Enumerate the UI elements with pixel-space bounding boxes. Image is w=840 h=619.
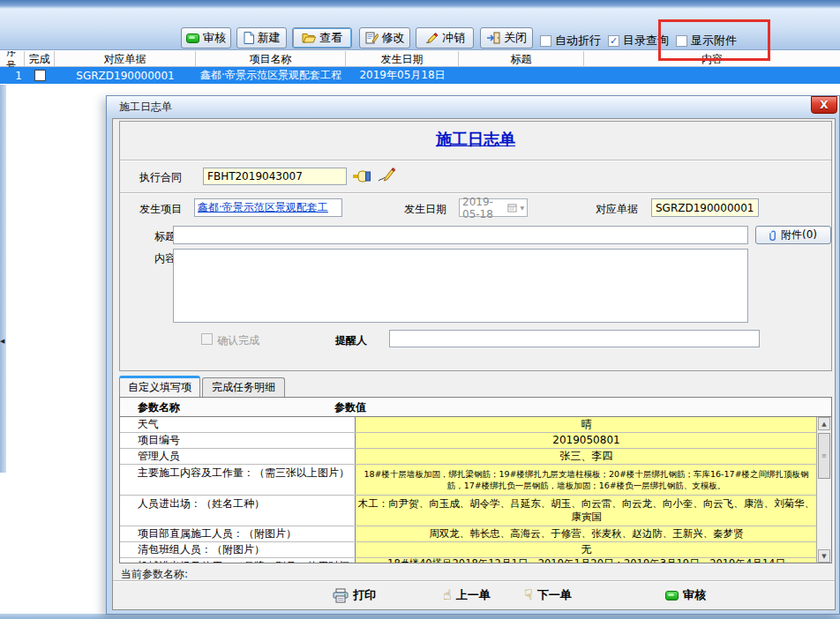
dialog-close-button[interactable]: X (811, 96, 837, 114)
autowrap-checkbox-label: 自动折行 (555, 33, 601, 48)
column-header-doc[interactable]: 对应单据 (55, 51, 196, 67)
separator (113, 580, 835, 582)
confirm-complete-label: 确认完成 (217, 333, 259, 348)
next-button-label: 下一单 (537, 587, 572, 603)
previous-button-label: 上一单 (456, 587, 491, 603)
new-button-label: 新建 (258, 30, 281, 46)
writeoff-button[interactable]: 冲销 (416, 27, 474, 48)
column-header-title[interactable]: 标题 (459, 51, 584, 67)
param-row-personnel[interactable]: 人员进出场：（姓名工种） 木工：向尹贺、向玉成、胡令学、吕延东、胡玉、向云雷、向… (120, 496, 817, 526)
application-window: 审核 新建 查看 修改 冲销 关闭 自动折行 ✓ 目录查询 显示附件 序号 完成… (0, 0, 840, 619)
select-hand-icon[interactable] (352, 168, 371, 184)
column-header-done[interactable]: 完成 (25, 51, 55, 67)
parameter-grid-header: 参数名称 参数值 (120, 398, 831, 417)
writeoff-button-label: 冲销 (442, 30, 465, 46)
list-row-selected[interactable]: 1 SGRZD190000001 鑫都·帝景示范区景观配套工程 2019年05月… (0, 67, 840, 84)
previous-record-button[interactable]: ☝ 上一单 (443, 587, 491, 603)
form-title: 施工日志单 (120, 129, 831, 150)
dialog-titlebar[interactable]: 施工日志单 (107, 96, 839, 118)
date-picker[interactable]: 2019-05-18 ▼ (459, 198, 528, 217)
date-label: 发生日期 (404, 202, 446, 217)
row-date: 2019年05月18日 (346, 67, 459, 84)
confirm-complete-checkbox[interactable] (201, 333, 213, 345)
audit-button[interactable]: 审核 (181, 27, 231, 48)
param-value-header[interactable]: 参数值 (334, 400, 366, 415)
scroll-up-button[interactable]: ▲ (818, 417, 830, 430)
scroll-thumb[interactable]: ≡ (818, 433, 830, 479)
printer-icon (333, 588, 349, 603)
print-button-label: 打印 (353, 587, 376, 603)
exit-door-icon (486, 32, 500, 44)
autowrap-checkbox-box[interactable] (540, 35, 551, 47)
modify-button-label: 修改 (382, 30, 405, 46)
view-button-label: 查看 (319, 30, 342, 46)
open-folder-icon (302, 33, 316, 43)
collapse-arrow-icon[interactable]: ◀ (0, 336, 7, 347)
reminder-input[interactable] (389, 330, 760, 347)
close-x-icon: X (820, 99, 828, 111)
footer-audit-label: 审核 (683, 587, 706, 603)
doc-input[interactable] (651, 198, 759, 217)
contract-label: 执行合同 (139, 170, 182, 185)
audit-button-label: 审核 (203, 30, 226, 46)
hand-up-icon: ☝ (443, 587, 452, 603)
dialog-body: 施工日志单 执行合同 发生项目 鑫都·帝景示范区景观配套工 发生日期 2019-… (112, 118, 836, 610)
content-textarea[interactable] (173, 249, 748, 323)
scroll-down-button[interactable]: ▼ (818, 549, 830, 563)
separator (120, 160, 831, 161)
autowrap-checkbox[interactable]: 自动折行 (540, 33, 601, 48)
dialog-title: 施工日志单 (119, 100, 172, 115)
audit-icon (186, 34, 199, 43)
parameter-grid: 参数名称 参数值 天气 晴 项目编号 2019050801 管理人员 张三、李四 (119, 397, 832, 563)
modify-icon (365, 32, 379, 44)
param-row-machinery[interactable]: 机械进出场及使用：（品牌、型号、使用时间） 18#楼40塔吊2018年12月1日… (120, 558, 817, 563)
attachment-button-label: 附件(0) (781, 227, 817, 242)
param-row-weather[interactable]: 天气 晴 (120, 417, 817, 433)
project-link[interactable]: 鑫都·帝景示范区景观配套工 (198, 200, 328, 215)
edit-pencil-icon[interactable] (377, 167, 396, 183)
modify-button[interactable]: 修改 (359, 27, 410, 48)
paperclip-icon (769, 229, 777, 242)
tab-custom-fields-label: 自定义填写项 (128, 380, 191, 395)
reminder-label: 提醒人 (335, 333, 367, 348)
row-done-checkbox[interactable] (34, 70, 46, 81)
footer-audit-button[interactable]: 审核 (665, 587, 706, 603)
column-header-project[interactable]: 项目名称 (196, 51, 346, 67)
contract-input[interactable] (203, 168, 347, 185)
close-button[interactable]: 关闭 (480, 27, 533, 48)
param-row-direct-staff[interactable]: 项目部直属施工人员：（附图片） 周双龙、韩长忠、高海云、于修营、张麦秋、赵边防、… (120, 526, 817, 542)
calendar-icon[interactable] (507, 203, 517, 213)
next-record-button[interactable]: ☟ 下一单 (524, 587, 572, 603)
param-name-header[interactable]: 参数名称 (138, 400, 180, 415)
param-row-managers[interactable]: 管理人员 张三、李四 (120, 449, 817, 465)
close-button-label: 关闭 (504, 30, 527, 46)
param-row-project-no[interactable]: 项目编号 2019050801 (120, 433, 817, 449)
grid-scrollbar[interactable]: ▲ ≡ ▼ (816, 417, 831, 563)
view-button[interactable]: 查看 (292, 27, 352, 48)
tab-task-detail[interactable]: 完成任务明细 (202, 377, 285, 397)
column-header-date[interactable]: 发生日期 (346, 51, 459, 67)
column-header-seq[interactable]: 序号 (6, 51, 25, 67)
hand-down-icon: ☟ (524, 587, 533, 603)
doc-label: 对应单据 (596, 202, 638, 217)
new-button[interactable]: 新建 (236, 27, 287, 48)
footer-audit-icon (665, 591, 679, 600)
new-document-icon (244, 32, 254, 44)
tab-custom-fields[interactable]: 自定义填写项 (119, 376, 200, 397)
project-label: 发生项目 (139, 202, 182, 217)
form-panel: 施工日志单 执行合同 发生项目 鑫都·帝景示范区景观配套工 发生日期 2019-… (119, 121, 832, 371)
catalog-query-checkbox-box[interactable]: ✓ (608, 35, 619, 47)
row-seq: 1 (6, 67, 25, 84)
title-input[interactable] (173, 226, 748, 244)
writeoff-pencil-icon (424, 32, 439, 44)
param-row-main-work[interactable]: 主要施工内容及工作量：（需三张以上图片） 18#楼十层墙板加固，绑扎梁钢筋；19… (120, 465, 817, 496)
project-field[interactable]: 鑫都·帝景示范区景观配套工 (194, 198, 342, 217)
row-doc: SGRZD190000001 (55, 67, 196, 84)
left-splitter[interactable] (0, 85, 6, 473)
attachment-button[interactable]: 附件(0) (755, 226, 831, 244)
row-project: 鑫都·帝景示范区景观配套工程 (196, 67, 346, 84)
print-button[interactable]: 打印 (333, 587, 376, 603)
param-row-subcontract[interactable]: 清包班组人员：（附图片） 无 (120, 542, 817, 558)
date-dropdown-icon[interactable]: ▼ (520, 205, 524, 211)
parameter-rows: 天气 晴 项目编号 2019050801 管理人员 张三、李四 主要施工内容及工… (120, 417, 817, 563)
